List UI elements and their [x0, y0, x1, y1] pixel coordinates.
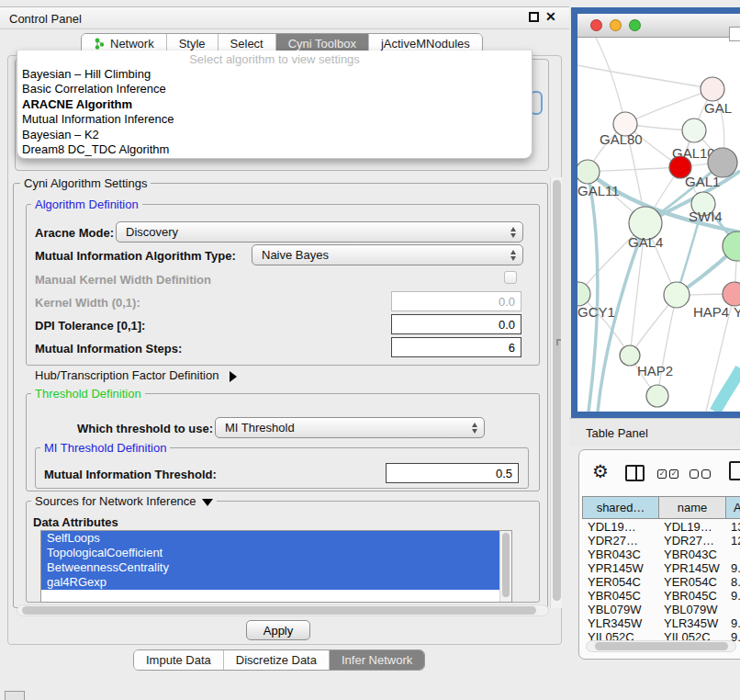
mi-steps-label: Mutual Information Steps:: [35, 342, 182, 356]
mi-threshold-definition-title: MI Threshold Definition: [40, 441, 170, 455]
table-cell: 13: [725, 520, 740, 534]
deselect-all-columns-icon[interactable]: [690, 469, 711, 479]
algorithm-option[interactable]: ARACNE Algorithm: [17, 97, 532, 112]
data-attribute-item[interactable]: BetweennessCentrality: [41, 560, 499, 575]
columns-icon[interactable]: [625, 465, 645, 481]
dpi-tolerance-input[interactable]: 0.0: [391, 314, 521, 334]
network-node[interactable]: [701, 77, 724, 101]
export-table-icon[interactable]: [729, 461, 740, 480]
node-label: GAL1: [685, 174, 720, 189]
table-row[interactable]: YBL079WYBL079W: [582, 603, 740, 616]
node-label: GAL: [704, 100, 732, 116]
tab-infer-network[interactable]: Infer Network: [330, 650, 424, 670]
data-attributes-label: Data Attributes: [33, 515, 118, 529]
mi-steps-input[interactable]: 6: [391, 337, 521, 357]
manual-kernel-width-checkbox[interactable]: [504, 271, 517, 284]
network-scrollbar-fragment[interactable]: [729, 27, 740, 41]
screen: Control Panel ✕ Network Style Select Cyn…: [0, 0, 740, 700]
data-attribute-item[interactable]: gal4RGexp: [41, 575, 499, 590]
data-attribute-item[interactable]: TopologicalCoefficient: [41, 546, 499, 560]
sources-title[interactable]: Sources for Network Inference: [31, 494, 217, 508]
column-header-a[interactable]: A: [725, 496, 740, 519]
data-attribute-item[interactable]: SelfLoops: [41, 531, 499, 546]
data-attributes-list[interactable]: SelfLoopsTopologicalCoefficientBetweenne…: [40, 530, 512, 603]
column-header-shared-name[interactable]: shared…: [582, 496, 659, 519]
network-node[interactable]: [682, 119, 706, 142]
aracne-mode-label: Aracne Mode:: [35, 226, 114, 240]
attributes-scrollbar[interactable]: [499, 531, 511, 602]
mi-threshold-input[interactable]: 0.5: [386, 463, 519, 483]
cyni-bottom-tabs: Impute Data Discretize Data Infer Networ…: [133, 649, 425, 671]
table-cell: YER054C: [658, 575, 725, 589]
minimize-traffic-icon[interactable]: [610, 19, 622, 31]
node-label: GCY1: [577, 304, 615, 320]
table-cell: 12: [725, 534, 740, 548]
table-cell: YLR345W: [658, 616, 725, 630]
table-row[interactable]: YPR145WYPR145W9.: [582, 561, 740, 575]
table-horizontal-scrollbar[interactable]: [586, 640, 736, 652]
network-node[interactable]: [664, 282, 690, 308]
hub-factor-expander[interactable]: Hub/Transcription Factor Definition: [35, 368, 237, 382]
algorithm-option[interactable]: Bayesian – K2: [17, 128, 532, 142]
table-cell: 9.: [725, 561, 740, 575]
float-window-icon[interactable]: [529, 12, 539, 22]
network-node[interactable]: [577, 160, 600, 184]
algorithm-definition-title: Algorithm Definition: [31, 198, 142, 211]
which-threshold-label: Which threshold to use:: [77, 422, 213, 435]
table-row[interactable]: YLR345WYLR345W9.: [582, 616, 740, 630]
network-icon: [94, 38, 106, 50]
tab-network-label: Network: [110, 37, 154, 51]
settings-horizontal-scrollbar-thumb[interactable]: [22, 606, 536, 615]
zoom-traffic-icon[interactable]: [629, 19, 641, 31]
settings-vertical-scrollbar-thumb[interactable]: [553, 180, 561, 601]
kernel-width-input[interactable]: 0.0: [391, 291, 521, 311]
table-cell: YBR045C: [658, 589, 725, 603]
table-row[interactable]: YER054CYER054C8.: [582, 575, 740, 589]
which-threshold-value: MI Threshold: [225, 421, 295, 435]
kernel-width-label: Kernel Width (0,1):: [35, 296, 140, 310]
table-cell: [725, 548, 740, 561]
table-row[interactable]: YBR043CYBR043C: [582, 548, 740, 561]
settings-horizontal-scrollbar[interactable]: [17, 604, 549, 616]
mi-algorithm-type-select[interactable]: Naive Bayes: [252, 244, 523, 265]
tab-impute-data[interactable]: Impute Data: [134, 650, 224, 670]
table-row[interactable]: YDL19…YDL19…13: [582, 520, 740, 534]
network-canvas[interactable]: GALGAL80GAL10GAL1GAL11SWI4GAL4GCY1HAP4YH…: [577, 38, 740, 412]
algorithm-option[interactable]: Bayesian – Hill Climbing: [17, 67, 532, 82]
algorithm-option[interactable]: Basic Correlation Inference: [17, 82, 532, 96]
algorithm-option[interactable]: Mutual Information Inference: [17, 112, 532, 127]
stepper-icon: [510, 250, 516, 261]
minimized-panel-box[interactable]: [5, 691, 25, 700]
network-window-titlebar[interactable]: [577, 14, 740, 38]
aracne-mode-select[interactable]: Discovery: [116, 221, 523, 243]
network-edge-highlight: [715, 368, 740, 412]
apply-button[interactable]: Apply: [246, 620, 310, 640]
node-label: HAP2: [637, 363, 673, 378]
tab-discretize-data[interactable]: Discretize Data: [224, 650, 330, 670]
panel-splitter-handle[interactable]: [556, 339, 561, 345]
threshold-definition-title: Threshold Definition: [31, 387, 145, 401]
network-node[interactable]: [646, 385, 668, 407]
network-node[interactable]: [723, 282, 740, 306]
table-horizontal-scrollbar-thumb[interactable]: [595, 642, 728, 650]
algorithm-option[interactable]: Dream8 DC_TDC Algorithm: [17, 142, 532, 157]
which-threshold-select[interactable]: MI Threshold: [215, 417, 485, 438]
table-row[interactable]: YBR045CYBR045C9.: [582, 589, 740, 603]
attributes-scrollbar-thumb[interactable]: [502, 533, 510, 597]
node-label: HAP4: [693, 304, 729, 320]
expand-down-icon: [202, 499, 213, 506]
table-cell: 8.: [725, 575, 740, 589]
settings-vertical-scrollbar[interactable]: [550, 177, 562, 608]
close-traffic-icon[interactable]: [590, 19, 602, 31]
node-label: GAL4: [628, 234, 663, 250]
network-view-window: GALGAL80GAL10GAL1GAL11SWI4GAL4GCY1HAP4YH…: [571, 7, 740, 418]
network-node[interactable]: [577, 282, 590, 306]
algorithm-dropdown-items: Bayesian – Hill ClimbingBasic Correlatio…: [17, 67, 532, 157]
column-header-name[interactable]: name: [658, 496, 726, 519]
close-icon[interactable]: ✕: [545, 9, 556, 24]
gear-icon[interactable]: ⚙: [592, 462, 609, 480]
cyni-algorithm-settings-title: Cyni Algorithm Settings: [20, 176, 151, 190]
table-cell: YBL079W: [658, 603, 725, 616]
table-row[interactable]: YDR27…YDR27…12: [582, 534, 740, 548]
select-all-columns-icon[interactable]: ✓✓: [657, 469, 678, 479]
